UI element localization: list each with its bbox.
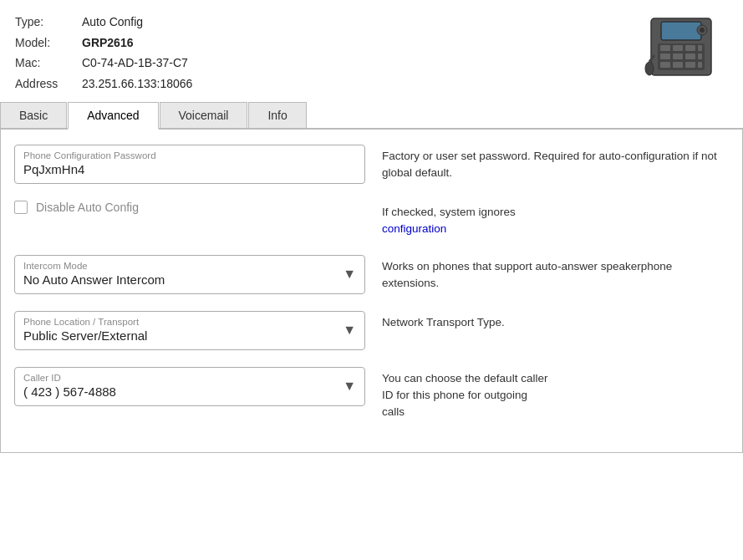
intercom-row: Intercom Mode No Auto Answer Intercom ▼ … (14, 255, 729, 294)
transport-row: Phone Location / Transport Public Server… (14, 311, 729, 350)
intercom-dropdown-icon: ▼ (343, 267, 356, 282)
transport-label: Phone Location / Transport (23, 317, 334, 327)
intercom-label: Intercom Mode (23, 261, 334, 271)
svg-rect-8 (660, 53, 670, 59)
svg-point-16 (645, 62, 654, 75)
svg-rect-5 (673, 45, 683, 51)
svg-rect-2 (662, 23, 700, 39)
model-row: Model: GRP2616 (15, 33, 611, 53)
svg-point-19 (700, 28, 705, 33)
device-info-section: Type: Auto Config Model: GRP2616 Mac: C0… (0, 0, 743, 102)
callerid-help: You can choose the default caller ID for… (382, 367, 729, 421)
svg-rect-7 (698, 45, 702, 51)
phone-icon (643, 12, 722, 87)
address-row: Address 23.251.66.133:18066 (15, 74, 611, 94)
model-label: Model: (15, 33, 74, 53)
callerid-label: Caller ID (23, 373, 334, 383)
address-value: 23.251.66.133:18066 (82, 74, 192, 94)
svg-rect-10 (685, 53, 695, 59)
password-input[interactable] (23, 162, 356, 176)
device-details: Type: Auto Config Model: GRP2616 Mac: C0… (15, 12, 611, 94)
callerid-value: ( 423 ) 567-4888 (23, 384, 116, 399)
type-label: Type: (15, 12, 74, 33)
disable-autoconfig-checkbox-row: Disable Auto Config (14, 201, 365, 214)
model-value: GRP2616 (82, 33, 133, 53)
password-label: Phone Configuration Password (23, 150, 356, 160)
password-field-wrapper: Phone Configuration Password (14, 145, 365, 184)
intercom-field-container: Intercom Mode No Auto Answer Intercom ▼ (14, 255, 365, 294)
tabs-bar: Basic Advanced Voicemail Info (0, 102, 743, 130)
svg-rect-6 (685, 45, 695, 51)
device-image (636, 12, 728, 87)
disable-autoconfig-left: Disable Auto Config (14, 201, 365, 214)
callerid-field-container: Caller ID ( 423 ) 567-4888 ▼ (14, 367, 365, 406)
disable-autoconfig-label: Disable Auto Config (36, 201, 139, 214)
callerid-select-wrapper[interactable]: Caller ID ( 423 ) 567-4888 ▼ (14, 367, 365, 406)
tab-voicemail[interactable]: Voicemail (160, 102, 248, 128)
transport-help: Network Transport Type. (382, 311, 729, 331)
callerid-row: Caller ID ( 423 ) 567-4888 ▼ You can cho… (14, 367, 729, 421)
transport-value: Public Server/External (23, 328, 147, 343)
tab-advanced[interactable]: Advanced (68, 102, 158, 130)
intercom-value: No Auto Answer Intercom (23, 272, 165, 287)
tab-content-advanced: Phone Configuration Password Factory or … (0, 130, 743, 453)
password-field-container: Phone Configuration Password (14, 145, 365, 184)
callerid-dropdown-icon: ▼ (343, 379, 356, 394)
svg-rect-14 (685, 62, 695, 68)
svg-rect-4 (660, 45, 670, 51)
transport-select-wrapper[interactable]: Phone Location / Transport Public Server… (14, 311, 365, 350)
type-row: Type: Auto Config (15, 12, 611, 33)
password-help: Factory or user set password. Required f… (382, 145, 729, 182)
mac-row: Mac: C0-74-AD-1B-37-C7 (15, 53, 611, 74)
tab-info[interactable]: Info (248, 102, 306, 128)
disable-autoconfig-help: If checked, system ignores configuration (382, 201, 729, 238)
mac-label: Mac: (15, 53, 74, 74)
svg-rect-15 (698, 62, 702, 68)
mac-value: C0-74-AD-1B-37-C7 (82, 53, 188, 74)
svg-rect-11 (698, 53, 702, 59)
type-value: Auto Config (82, 12, 143, 33)
address-label: Address (15, 74, 74, 94)
disable-autoconfig-checkbox[interactable] (14, 201, 28, 214)
intercom-select-wrapper[interactable]: Intercom Mode No Auto Answer Intercom ▼ (14, 255, 365, 294)
svg-rect-9 (673, 53, 683, 59)
password-row: Phone Configuration Password Factory or … (14, 145, 729, 184)
transport-field-container: Phone Location / Transport Public Server… (14, 311, 365, 350)
transport-dropdown-icon: ▼ (343, 323, 356, 338)
disable-autoconfig-row: Disable Auto Config If checked, system i… (14, 201, 729, 238)
svg-rect-12 (660, 62, 670, 68)
tab-basic[interactable]: Basic (0, 102, 67, 128)
intercom-help: Works on phones that support auto-answer… (382, 255, 729, 293)
svg-rect-13 (673, 62, 683, 68)
